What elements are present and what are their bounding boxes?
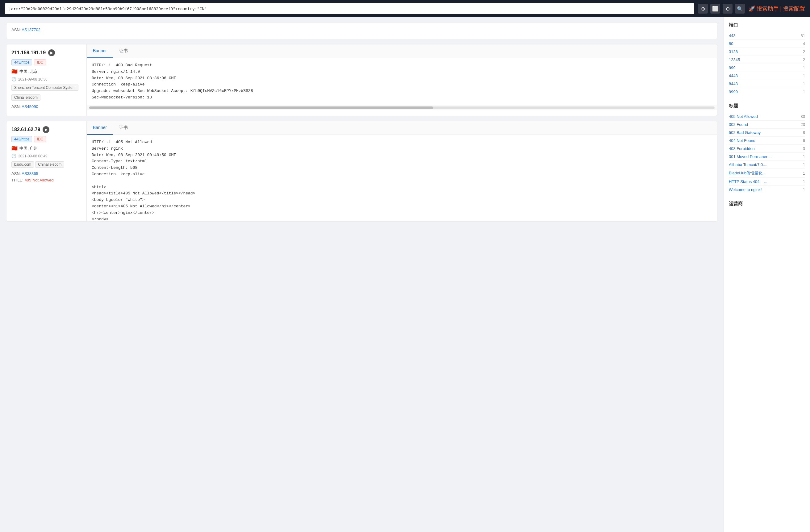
tab-banner-2[interactable]: Banner xyxy=(87,121,113,135)
sidebar-title-count: 8 xyxy=(803,130,805,135)
org-row-1: Shenzhen Tencent Computer Syste... xyxy=(12,85,81,92)
tab-cert-1[interactable]: 证书 xyxy=(113,45,134,58)
result-card-2: 182.61.62.79 ▶ 443/https IDC 🇨🇳 中国, 广州 🕐… xyxy=(6,121,717,221)
idc-tag-2[interactable]: IDC xyxy=(34,136,46,142)
sidebar-title-label[interactable]: BladeHub倍恒量化... xyxy=(729,170,766,176)
org-row-1b: ChinaTelecom xyxy=(12,95,81,102)
time-row-1: 🕐 2021-09-08 16:36 xyxy=(12,77,81,81)
nav-arrow-2[interactable]: ▶ xyxy=(43,126,49,133)
time-text-2: 2021-09-08 08:49 xyxy=(18,154,48,158)
target-icon-btn[interactable]: ⊙ xyxy=(723,4,732,14)
location-text-2: 中国, 广州 xyxy=(19,146,38,151)
sidebar-title-label[interactable]: 405 Not Allowed xyxy=(729,114,758,119)
sidebar-port-label[interactable]: 4443 xyxy=(729,73,738,78)
sidebar-title-count: 6 xyxy=(803,138,805,143)
tab-cert-2[interactable]: 证书 xyxy=(113,121,134,135)
content-area: ASN: AS137702 211.159.191.19 ▶ 443/https… xyxy=(0,17,724,532)
banner-content-2: HTTP/1.1 405 Not Allowed Server: nginx D… xyxy=(87,135,717,221)
screenshot-icon-btn[interactable]: ⬜ xyxy=(710,4,720,14)
asn-link-1[interactable]: AS45090 xyxy=(21,104,38,109)
sidebar-title-count: 1 xyxy=(803,154,805,159)
location-text-1: 中国, 北京 xyxy=(19,69,38,74)
sidebar-title-label[interactable]: HTTP Status 404 – ... xyxy=(729,179,767,184)
sidebar-port-count: 2 xyxy=(803,49,805,54)
sidebar-port-label[interactable]: 3128 xyxy=(729,49,738,54)
sidebar-port-row: 84431 xyxy=(729,80,805,88)
sidebar-operator-section: 运营商 xyxy=(729,201,805,207)
sidebar-title-label[interactable]: 301 Moved Permanen... xyxy=(729,154,772,159)
org-tag-1b[interactable]: ChinaTelecom xyxy=(12,95,40,101)
sidebar-title-label[interactable]: 403 Forbidden xyxy=(729,146,755,151)
sidebar-port-label[interactable]: 9999 xyxy=(729,89,738,94)
org-row-2a: baidu.com ChinaTelecom xyxy=(12,161,81,169)
sidebar-port-label[interactable]: 443 xyxy=(729,33,735,38)
org-tag-2a[interactable]: baidu.com xyxy=(12,161,34,168)
asn-row-1: ASN: AS45090 xyxy=(12,104,81,109)
port-tag-1[interactable]: 443/https xyxy=(12,59,32,65)
sidebar-operator-title: 运营商 xyxy=(729,201,805,207)
sidebar-title-count: 1 xyxy=(803,179,805,184)
topbar-assist: 🚀 搜索助手 | 搜索配置 xyxy=(749,5,805,12)
main-layout: ASN: AS137702 211.159.191.19 ▶ 443/https… xyxy=(0,17,810,532)
sidebar-port-label[interactable]: 8443 xyxy=(729,81,738,86)
tag-row-2: 443/https IDC xyxy=(12,136,81,142)
sidebar-ports-list: 44381804312821234529991444318443199991 xyxy=(729,32,805,96)
banner-content-1: HTTP/1.1 400 Bad Request Server: nginx/1… xyxy=(87,58,717,105)
sidebar-title-count: 1 xyxy=(803,171,805,176)
sidebar-port-section: 端口 4438180431282123452999144431844319999… xyxy=(729,22,805,96)
sidebar-title-label[interactable]: 302 Found xyxy=(729,122,748,127)
sidebar-port-label[interactable]: 80 xyxy=(729,41,733,46)
time-row-2: 🕐 2021-09-08 08:49 xyxy=(12,154,81,158)
flag-icon-2: 🇨🇳 xyxy=(12,145,18,151)
title-value-2: 405 Not Allowed xyxy=(25,178,54,182)
sidebar-titles-list: 405 Not Allowed30302 Found23502 Bad Gate… xyxy=(729,113,805,194)
sidebar-title-row: Alibaba Tomcat/7.0....1 xyxy=(729,161,805,169)
tab-bar-2: Banner 证书 xyxy=(87,121,717,135)
asn-link-top[interactable]: AS137702 xyxy=(21,28,40,32)
sidebar-title-count: 1 xyxy=(803,162,805,167)
org-tag-1a[interactable]: Shenzhen Tencent Computer Syste... xyxy=(12,85,78,91)
sidebar-title-count: 1 xyxy=(803,187,805,192)
sidebar-port-row: 44381 xyxy=(729,32,805,40)
card-left-1: 211.159.191.19 ▶ 443/https IDC 🇨🇳 中国, 北京… xyxy=(6,45,87,116)
sidebar-title-label[interactable]: 404 Not Found xyxy=(729,138,755,143)
sidebar-port-count: 1 xyxy=(803,65,805,70)
asn-row-2: ASN: AS38365 xyxy=(12,171,81,176)
ip-icon-btn[interactable]: ⊕ xyxy=(698,4,708,14)
sidebar-port-row: 804 xyxy=(729,40,805,48)
card-right-1: Banner 证书 HTTP/1.1 400 Bad Request Serve… xyxy=(87,45,717,116)
sidebar-title-count: 30 xyxy=(801,114,805,119)
clock-icon-2: 🕐 xyxy=(12,154,16,158)
sidebar-title-count: 23 xyxy=(801,122,805,127)
topbar: jarm:"29d29d00029d29d1fc29d29d29d29d881e… xyxy=(0,0,810,17)
search-input[interactable]: jarm:"29d29d00029d29d1fc29d29d29d29d881e… xyxy=(5,3,694,14)
sidebar-port-count: 2 xyxy=(803,57,805,62)
sidebar-title-label[interactable]: Welcome to nginx! xyxy=(729,187,762,192)
tab-banner-1[interactable]: Banner xyxy=(87,45,113,58)
title-row-2: TITLE: 405 Not Allowed xyxy=(12,178,81,182)
port-tag-2[interactable]: 443/https xyxy=(12,136,32,142)
asn-link-2[interactable]: AS38365 xyxy=(21,171,38,176)
sidebar-title-label[interactable]: 502 Bad Gateway xyxy=(729,130,761,135)
nav-arrow-1[interactable]: ▶ xyxy=(48,49,55,56)
config-label[interactable]: 搜索配置 xyxy=(783,5,805,12)
asn-label: ASN: xyxy=(12,28,21,32)
sidebar-port-label[interactable]: 999 xyxy=(729,65,735,70)
search-icon-btn[interactable]: 🔍 xyxy=(735,4,745,14)
sidebar-port-label[interactable]: 12345 xyxy=(729,57,740,62)
assist-label[interactable]: 搜索助手 xyxy=(757,5,779,12)
idc-tag-1[interactable]: IDC xyxy=(34,59,46,65)
asn-label-2: ASN: xyxy=(12,171,21,176)
sidebar-title-label[interactable]: Alibaba Tomcat/7.0.... xyxy=(729,162,767,167)
result-card-1: 211.159.191.19 ▶ 443/https IDC 🇨🇳 中国, 北京… xyxy=(6,44,717,116)
location-row-1: 🇨🇳 中国, 北京 xyxy=(12,68,81,74)
rocket-icon: 🚀 xyxy=(749,5,755,12)
sidebar-title-row: 404 Not Found6 xyxy=(729,137,805,145)
topbar-icons: ⊕ ⬜ ⊙ 🔍 xyxy=(698,4,745,14)
tag-row-1: 443/https IDC xyxy=(12,59,81,65)
sidebar-port-count: 1 xyxy=(803,73,805,78)
org-tag-2b[interactable]: ChinaTelecom xyxy=(35,161,64,168)
scroll-thumb-1 xyxy=(89,106,433,109)
sidebar-title-row: 405 Not Allowed30 xyxy=(729,113,805,121)
location-row-2: 🇨🇳 中国, 广州 xyxy=(12,145,81,151)
